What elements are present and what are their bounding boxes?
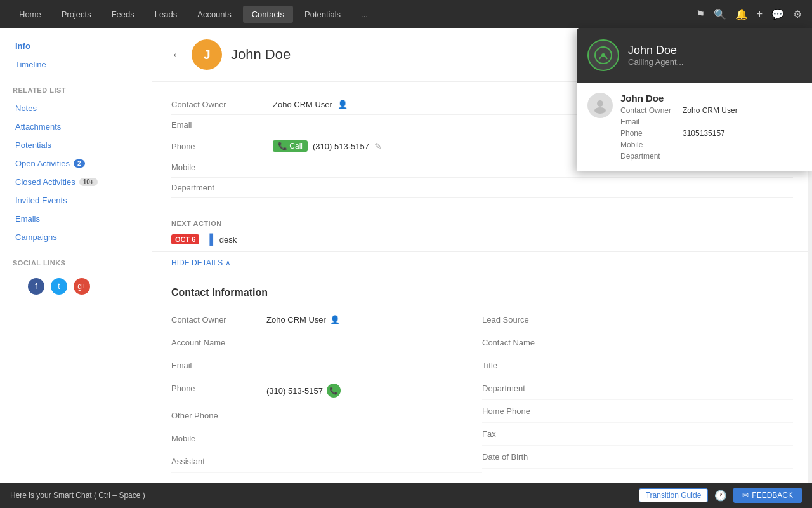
- svg-point-1: [601, 53, 605, 57]
- related-list-label: RELATED LIST: [13, 86, 139, 94]
- info-fax: Fax: [482, 423, 793, 446]
- phone-edit-icon[interactable]: ✎: [374, 141, 382, 151]
- nav-potentials[interactable]: Potentials: [296, 6, 350, 23]
- info-title-label: Title: [482, 361, 577, 370]
- call-badge[interactable]: 📞 Call: [273, 140, 308, 152]
- info-account-name: Account Name: [171, 331, 482, 354]
- back-button[interactable]: ←: [171, 48, 183, 62]
- call-subtitle: Calling Agent...: [628, 57, 683, 67]
- info-left-col: Contact Owner Zoho CRM User 👤 Account Na…: [171, 309, 482, 473]
- sidebar-item-info[interactable]: Info: [13, 37, 139, 55]
- info-other-phone-label: Other Phone: [171, 411, 266, 420]
- feedback-mail-icon: ✉: [742, 491, 749, 500]
- caller-phone-label: Phone: [620, 129, 678, 138]
- caller-email-label: Email: [620, 117, 678, 126]
- caller-owner-row: Contact Owner Zoho CRM User: [620, 106, 802, 115]
- flag-icon[interactable]: ⚑: [696, 8, 705, 20]
- smart-chat-text: Here is your Smart Chat ( Ctrl – Space ): [10, 491, 639, 500]
- info-lead-source-label: Lead Source: [482, 315, 577, 324]
- info-assistant: Assistant: [171, 450, 482, 473]
- info-date-of-birth: Date of Birth: [482, 446, 793, 469]
- plus-icon[interactable]: +: [757, 8, 763, 20]
- twitter-icon[interactable]: t: [51, 278, 67, 295]
- sidebar-item-invited-events[interactable]: Invited Events: [13, 191, 139, 210]
- info-account-name-label: Account Name: [171, 338, 266, 347]
- info-mobile-label: Mobile: [171, 434, 266, 443]
- bottom-bar: Here is your Smart Chat ( Ctrl – Space )…: [0, 483, 812, 508]
- contact-owner-value: Zoho CRM User 👤: [273, 100, 348, 109]
- caller-mobile-row: Mobile: [620, 140, 802, 149]
- info-date-of-birth-label: Date of Birth: [482, 452, 577, 462]
- caller-details: John Doe Contact Owner Zoho CRM User Ema…: [620, 93, 802, 161]
- info-home-phone-label: Home Phone: [482, 406, 577, 416]
- contact-info-section: Contact Information Contact Owner Zoho C…: [152, 274, 812, 486]
- transition-guide-button[interactable]: Transition Guide: [639, 488, 709, 502]
- feedback-button[interactable]: ✉ FEEDBACK: [733, 488, 802, 503]
- sidebar-item-closed-activities[interactable]: Closed Activities 10+: [13, 173, 139, 191]
- hide-details-toggle[interactable]: HIDE DETAILS ∧: [152, 251, 812, 274]
- nav-more[interactable]: ...: [352, 6, 377, 23]
- call-avatar: [587, 39, 619, 71]
- action-row: OCT 6 ▐ desk: [171, 234, 793, 245]
- info-contact-owner: Contact Owner Zoho CRM User 👤: [171, 309, 482, 331]
- nav-feeds[interactable]: Feeds: [103, 6, 143, 23]
- caller-department-label: Department: [620, 152, 678, 161]
- caller-phone-row: Phone 3105135157: [620, 129, 802, 138]
- info-lead-source: Lead Source: [482, 309, 793, 331]
- info-title: Title: [482, 354, 793, 377]
- bell-icon[interactable]: 🔔: [735, 8, 748, 20]
- svg-point-3: [594, 107, 606, 114]
- contact-name: John Doe: [231, 46, 591, 63]
- nav-home[interactable]: Home: [10, 6, 50, 23]
- nav-contacts[interactable]: Contacts: [243, 6, 293, 23]
- clock-icon: 🕐: [714, 490, 727, 502]
- sidebar-item-notes[interactable]: Notes: [13, 99, 139, 117]
- info-right-col: Lead Source Contact Name Title Departmen…: [482, 309, 793, 473]
- sidebar-item-open-activities[interactable]: Open Activities 2: [13, 154, 139, 173]
- caller-avatar-small: [587, 93, 613, 118]
- mobile-label: Mobile: [171, 163, 273, 172]
- user-icon: 👤: [337, 100, 348, 109]
- phone-label: Phone: [171, 142, 273, 151]
- date-badge: OCT 6: [171, 234, 199, 244]
- info-assistant-label: Assistant: [171, 457, 266, 466]
- info-phone-label: Phone: [171, 384, 266, 398]
- phone-green-icon[interactable]: 📞: [327, 384, 341, 398]
- sidebar-item-emails[interactable]: Emails: [13, 210, 139, 228]
- field-department: Department: [171, 178, 793, 198]
- sidebar-item-attachments[interactable]: Attachments: [13, 117, 139, 136]
- caller-owner-label: Contact Owner: [620, 106, 678, 115]
- info-user-icon: 👤: [330, 315, 340, 324]
- chevron-up-icon: ∧: [225, 258, 231, 267]
- info-contact-name-label: Contact Name: [482, 338, 577, 347]
- calling-widget: John Doe Calling Agent... John Doe Conta…: [577, 28, 812, 171]
- search-icon[interactable]: 🔍: [714, 8, 726, 20]
- caller-mobile-label: Mobile: [620, 140, 678, 149]
- social-links-label: SOCIAL LINKS: [13, 259, 139, 267]
- contact-owner-label: Contact Owner: [171, 100, 273, 109]
- caller-phone-value: 3105135157: [683, 129, 725, 138]
- info-department-label: Department: [482, 384, 577, 393]
- sidebar-item-timeline[interactable]: Timeline: [13, 55, 139, 74]
- nav-accounts[interactable]: Accounts: [188, 6, 240, 23]
- googleplus-icon[interactable]: g+: [74, 278, 90, 295]
- top-nav: Home Projects Feeds Leads Accounts Conta…: [0, 0, 812, 28]
- closed-activities-badge: 10+: [79, 178, 98, 186]
- next-action-section: NEXT ACTION OCT 6 ▐ desk: [152, 211, 812, 251]
- sidebar-item-potentials[interactable]: Potentials: [13, 136, 139, 154]
- nav-items: Home Projects Feeds Leads Accounts Conta…: [10, 6, 696, 23]
- chat-icon[interactable]: 💬: [771, 8, 784, 20]
- info-home-phone: Home Phone: [482, 400, 793, 423]
- social-icons-row: f t g+: [13, 272, 139, 301]
- call-info: John Doe Calling Agent...: [628, 44, 683, 67]
- nav-leads[interactable]: Leads: [146, 6, 186, 23]
- open-activities-badge: 2: [74, 159, 85, 168]
- sidebar-item-campaigns[interactable]: Campaigns: [13, 228, 139, 246]
- facebook-icon[interactable]: f: [28, 278, 44, 295]
- department-label: Department: [171, 183, 273, 192]
- caller-info-row: John Doe Contact Owner Zoho CRM User Ema…: [587, 93, 802, 161]
- nav-projects[interactable]: Projects: [53, 6, 100, 23]
- phone-value: 📞 Call (310) 513-5157 ✎: [273, 140, 382, 152]
- info-phone-value: (310) 513-5157 📞: [266, 384, 341, 398]
- settings-icon[interactable]: ⚙: [793, 8, 802, 20]
